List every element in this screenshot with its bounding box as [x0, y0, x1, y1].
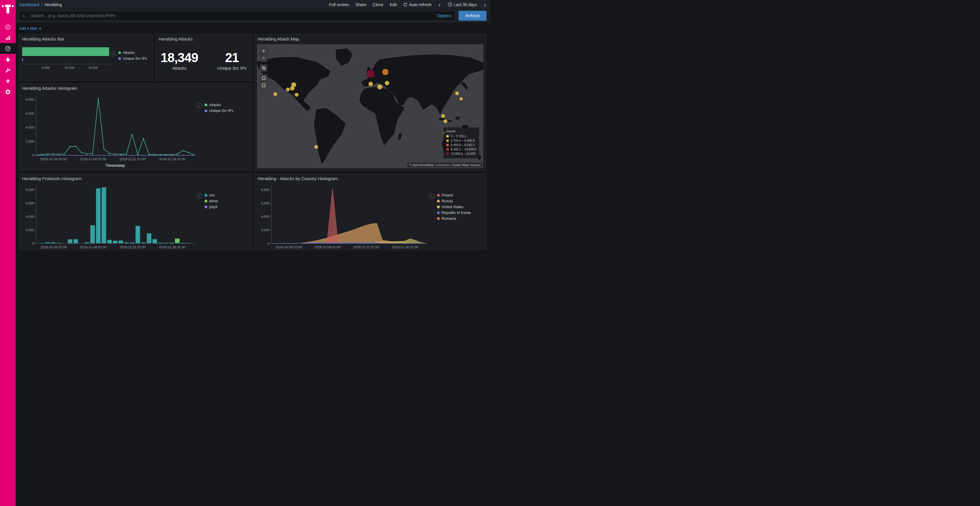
svg-text:2018-11-04 01:00: 2018-11-04 01:00 — [80, 157, 106, 161]
compass-icon — [5, 24, 11, 30]
panel-title[interactable]: Heralding Attack Map — [255, 34, 485, 43]
legend-item-unique-src-ips[interactable]: Unique Src IPs — [118, 57, 147, 60]
svg-text:8,000: 8,000 — [25, 98, 34, 101]
osm-attribution-link[interactable]: © OpenStreetMap — [409, 163, 434, 167]
ems-attribution-link[interactable]: Elastic Maps Service — [452, 163, 480, 167]
sidebar-item-threat-intel[interactable] — [0, 54, 16, 65]
svg-text:8,000: 8,000 — [25, 188, 34, 192]
attack-location-marker[interactable] — [367, 70, 375, 78]
legend-dot — [204, 200, 207, 203]
search-input[interactable] — [30, 13, 434, 18]
legend-item-pop3[interactable]: pop3 — [204, 205, 218, 209]
sidebar-item-management[interactable] — [0, 86, 16, 97]
add-filter-link[interactable]: Add a filter + — [19, 26, 41, 31]
legend-item-vnc[interactable]: vnc — [204, 193, 218, 197]
svg-text:2,000: 2,000 — [261, 228, 269, 232]
options-link[interactable]: Options — [437, 13, 451, 18]
sidebar-item-visualize[interactable] — [0, 32, 16, 43]
panel-title[interactable]: Heralding Attacks Bar — [19, 34, 153, 43]
panel-title[interactable]: Heralding - Attacks by Country Histogram — [255, 174, 485, 183]
attack-location-marker[interactable] — [377, 84, 382, 89]
full-screen-button[interactable]: Full screen — [329, 2, 349, 7]
legend-item-attacks[interactable]: Attacks — [118, 51, 147, 55]
legend-dot — [204, 109, 207, 112]
top-navigation-bar: Dashboard / Heralding Full screen Share … — [16, 0, 490, 10]
attack-location-marker[interactable] — [441, 114, 445, 118]
bar-chart-icon — [5, 35, 11, 41]
bar-unique-src-ips[interactable] — [22, 58, 23, 62]
sidebar-item-monitoring[interactable] — [0, 76, 16, 86]
draw-polygon-button[interactable] — [260, 75, 267, 82]
time-range-button[interactable]: Last 30 days — [448, 2, 477, 7]
legend-dot — [118, 51, 121, 54]
legend-item-russia[interactable]: Russia — [437, 199, 471, 203]
attack-location-marker[interactable] — [368, 82, 373, 86]
map-legend-title: Count — [446, 129, 476, 133]
clock-icon — [448, 2, 452, 7]
legend-toggle[interactable]: › — [197, 193, 202, 199]
zoom-in-button[interactable]: + — [260, 47, 267, 54]
attack-location-marker[interactable] — [385, 81, 390, 86]
dashboard-grid: Heralding Attacks Bar 5,00010,00015,000 … — [16, 31, 490, 251]
sidebar-item-dashboard[interactable] — [0, 43, 16, 54]
attack-location-marker[interactable] — [443, 119, 447, 123]
legend-toggle[interactable]: › — [429, 193, 434, 199]
attack-location-marker[interactable] — [294, 93, 299, 97]
x-tick-label: 5,000 — [42, 64, 50, 69]
legend-item-republic-of-korea[interactable]: Republic of Korea — [437, 211, 471, 215]
clone-button[interactable]: Clone — [373, 2, 383, 7]
svg-text:2018-10-28 02:00: 2018-10-28 02:00 — [40, 246, 67, 249]
auto-refresh-button[interactable]: Auto-refresh — [403, 2, 432, 7]
breadcrumb-dashboard-link[interactable]: Dashboard — [19, 2, 40, 7]
attack-location-marker[interactable] — [382, 69, 388, 75]
legend-dot — [437, 217, 440, 220]
attack-location-marker[interactable] — [291, 82, 296, 87]
share-button[interactable]: Share — [355, 2, 366, 7]
legend-item-telnet[interactable]: telnet — [204, 199, 218, 203]
legend-item-unique-src-ips[interactable]: Unique Src IPs — [204, 109, 233, 113]
legend-dot — [437, 200, 440, 203]
x-tick-label: 10,000 — [64, 64, 75, 69]
crop-tool-button[interactable] — [260, 64, 267, 72]
map-attribution: © OpenStreetMap contributors, Elastic Ma… — [407, 163, 482, 167]
attacks-histogram-chart: 02,0004,0006,0008,0002018-10-28 02:00201… — [22, 92, 197, 168]
refresh-button[interactable]: Refresh — [458, 11, 487, 21]
bar-attacks[interactable] — [22, 47, 109, 56]
edit-button[interactable]: Edit — [390, 2, 397, 7]
draw-rectangle-button[interactable] — [260, 82, 267, 89]
panel-title[interactable]: Heralding Attacks Histogram — [19, 84, 251, 92]
attack-location-marker[interactable] — [455, 91, 459, 95]
legend-item-attacks[interactable]: Attacks — [204, 103, 233, 107]
gauge-icon — [5, 46, 11, 52]
x-axis: 5,00010,00015,000 — [22, 64, 110, 71]
legend-item-united-states[interactable]: United States — [437, 205, 471, 209]
sidebar-item-discover[interactable] — [0, 22, 16, 32]
legend-toggle[interactable]: › — [197, 103, 202, 108]
svg-text:4,000: 4,000 — [25, 125, 34, 129]
sidebar-nav — [0, 22, 16, 97]
svg-text:2018-11-11 01:00: 2018-11-11 01:00 — [119, 157, 146, 161]
legend-toggle[interactable]: › — [110, 51, 116, 56]
legend-item-poland[interactable]: Poland — [437, 193, 471, 197]
svg-text:6,000: 6,000 — [25, 112, 34, 115]
attack-location-marker[interactable] — [286, 87, 290, 92]
time-back-button[interactable]: ‹ — [438, 2, 441, 7]
legend-dot — [204, 103, 207, 106]
plus-icon: + — [39, 26, 41, 31]
chart-legend: › vnctelnetpop3 — [197, 193, 218, 251]
legend-item-romania[interactable]: Romania — [437, 217, 471, 220]
world-map[interactable]: + − — [257, 44, 483, 168]
panel-title[interactable]: Heralding Attacks — [156, 34, 251, 43]
filter-bar: Add a filter + — [16, 23, 490, 31]
time-forward-button[interactable]: › — [483, 2, 487, 7]
zoom-out-button[interactable]: − — [260, 54, 267, 62]
heartbeat-icon — [5, 78, 11, 84]
map-legend-row: 3 – 2,729.4 — [446, 134, 476, 138]
panel-title[interactable]: Heralding Protocols Histogram — [19, 174, 251, 183]
metric-attacks: 18,349 Attacks — [161, 51, 198, 71]
svg-text:8,000: 8,000 — [261, 188, 269, 192]
attack-location-marker[interactable] — [460, 97, 463, 101]
sidebar-item-dev-tools[interactable] — [0, 65, 16, 76]
attack-location-marker[interactable] — [314, 145, 318, 149]
attack-location-marker[interactable] — [273, 92, 277, 96]
